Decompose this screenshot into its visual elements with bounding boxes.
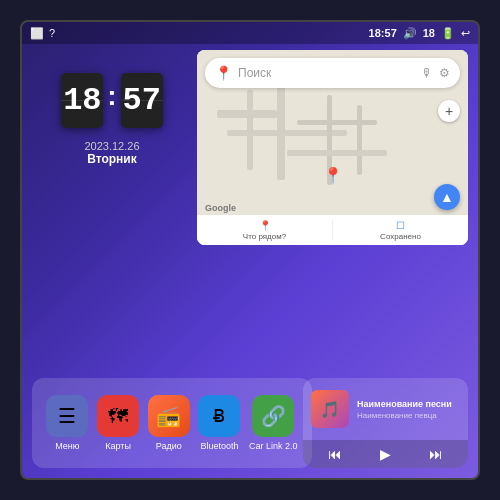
clock-widget: 18 : 57 2023.12.26 Вторник: [32, 54, 192, 184]
saved-button[interactable]: ☐ Сохранено: [333, 215, 468, 245]
music-artist: Наименование певца: [357, 411, 452, 420]
prev-button[interactable]: ⏮: [328, 446, 342, 462]
clock-minute: 57: [121, 73, 163, 128]
maps-app-icon: 🗺: [97, 395, 139, 437]
app-item-radio[interactable]: 📻 Радио: [148, 395, 190, 451]
app-item-maps[interactable]: 🗺 Карты: [97, 395, 139, 451]
svg-rect-8: [287, 150, 387, 156]
flip-clock: 18 : 57: [61, 73, 162, 128]
play-button[interactable]: ▶: [380, 446, 391, 462]
map-zoom-button[interactable]: +: [438, 100, 460, 122]
status-bar-left: ⬜ ?: [30, 27, 55, 40]
saved-icon: ☐: [396, 220, 405, 231]
carlink-app-icon: 🔗: [252, 395, 294, 437]
map-search-right: 🎙 ⚙: [421, 66, 450, 80]
carlink-app-label: Car Link 2.0: [249, 441, 298, 451]
maps-app-label: Карты: [105, 441, 131, 451]
svg-rect-7: [357, 105, 362, 175]
menu-app-label: Меню: [55, 441, 79, 451]
map-bottom-bar: 📍 Что рядом? ☐ Сохранено: [197, 215, 468, 245]
saved-label: Сохранено: [380, 232, 421, 241]
clock-day: Вторник: [87, 152, 137, 166]
svg-rect-4: [247, 90, 253, 170]
map-navigate-button[interactable]: ▲: [434, 184, 460, 210]
nearby-button[interactable]: 📍 Что рядом?: [197, 215, 332, 245]
home-icon[interactable]: ⬜: [30, 27, 44, 40]
map-widget[interactable]: 📍 Поиск 🎙 ⚙ + ▲ Google 📍 📍 Что рядом? ☐ …: [197, 50, 468, 245]
map-center-pin: 📍: [323, 166, 343, 185]
mic-icon[interactable]: 🎙: [421, 66, 433, 80]
back-icon[interactable]: ↩: [461, 27, 470, 40]
google-logo: Google: [205, 203, 236, 213]
clock-hour: 18: [61, 73, 103, 128]
app-item-menu[interactable]: ☰ Меню: [46, 395, 88, 451]
battery-icon: 🔋: [441, 27, 455, 40]
music-text: Наименование песни Наименование певца: [357, 399, 452, 420]
next-button[interactable]: ⏭: [429, 446, 443, 462]
radio-app-icon: 📻: [148, 395, 190, 437]
main-screen: ⬜ ? 18:57 🔊 18 🔋 ↩ 18 : 57 2023.12.26 Вт…: [20, 20, 480, 480]
status-time: 18:57: [369, 27, 397, 39]
svg-rect-5: [297, 120, 377, 125]
music-thumbnail: 🎵: [311, 390, 349, 428]
radio-app-label: Радио: [156, 441, 182, 451]
music-controls: ⏮ ▶ ⏭: [303, 440, 468, 468]
clock-colon: :: [107, 80, 116, 112]
nearby-icon: 📍: [259, 220, 271, 231]
music-widget: 🎵 Наименование песни Наименование певца …: [303, 378, 468, 468]
app-item-carlink[interactable]: 🔗 Car Link 2.0: [249, 395, 298, 451]
map-pin-icon: 📍: [215, 65, 232, 81]
app-item-bluetooth[interactable]: Ƀ Bluetooth: [198, 395, 240, 451]
volume-icon: 🔊: [403, 27, 417, 40]
bluetooth-app-label: Bluetooth: [200, 441, 238, 451]
clock-date: 2023.12.26: [84, 140, 139, 152]
map-search-input[interactable]: Поиск: [238, 66, 415, 80]
status-bar: ⬜ ? 18:57 🔊 18 🔋 ↩: [22, 22, 478, 44]
gear-icon[interactable]: ⚙: [439, 66, 450, 80]
bluetooth-app-icon: Ƀ: [198, 395, 240, 437]
app-dock: ☰ Меню 🗺 Карты 📻 Радио Ƀ Bluetooth 🔗 Car…: [32, 378, 312, 468]
battery-level: 18: [423, 27, 435, 39]
nearby-label: Что рядом?: [243, 232, 286, 241]
music-title: Наименование песни: [357, 399, 452, 409]
android-icon[interactable]: ?: [49, 27, 55, 39]
map-search-bar[interactable]: 📍 Поиск 🎙 ⚙: [205, 58, 460, 88]
music-info: 🎵 Наименование песни Наименование певца: [303, 378, 468, 440]
menu-app-icon: ☰: [46, 395, 88, 437]
